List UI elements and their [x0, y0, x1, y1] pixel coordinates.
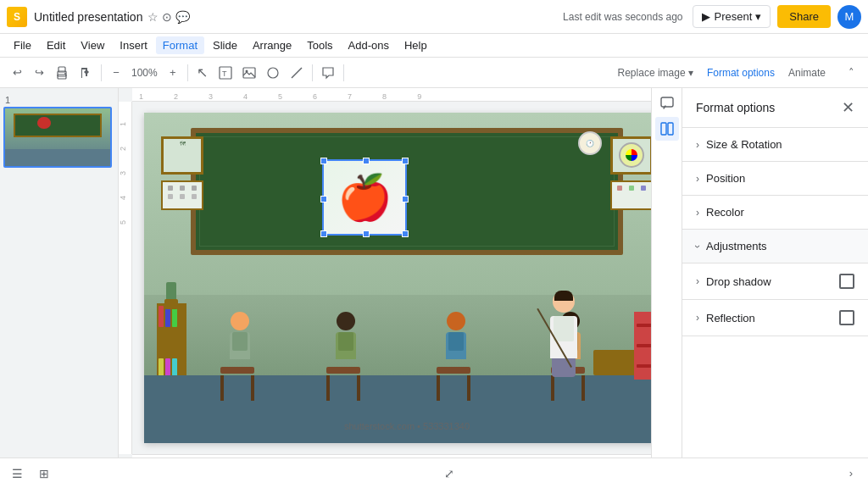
zoom-in-button[interactable]: +	[163, 61, 183, 85]
animate-button[interactable]: Animate	[783, 64, 831, 81]
paint-format-button[interactable]	[75, 61, 97, 85]
toolbar-divider-1	[101, 64, 102, 81]
drop-shadow-header[interactable]: › Drop shadow	[682, 263, 868, 299]
adjustments-header[interactable]: › Adjustments	[682, 230, 868, 263]
resize-handle-tc[interactable]	[363, 158, 370, 164]
position-header[interactable]: › Position	[682, 162, 868, 195]
format-panel: Format options ✕ › Size & Rotation › Pos…	[682, 88, 868, 488]
line-button[interactable]	[286, 61, 308, 85]
slide-thumb-content	[5, 108, 110, 166]
menu-help[interactable]: Help	[398, 36, 434, 54]
svg-rect-6	[243, 68, 255, 78]
recolor-label: Recolor	[706, 206, 744, 219]
position-label: Position	[706, 172, 745, 185]
svg-text:T: T	[222, 69, 227, 78]
resize-handle-bc[interactable]	[363, 230, 370, 237]
menu-arrange[interactable]: Arrange	[246, 36, 298, 54]
resize-handle-br[interactable]	[402, 230, 409, 237]
document-title: Untitled presentation	[34, 10, 142, 24]
menu-tools[interactable]: Tools	[300, 36, 339, 54]
resize-handle-tl[interactable]	[320, 158, 327, 164]
adjustments-section: › Adjustments	[682, 230, 868, 263]
image-button[interactable]	[238, 61, 260, 85]
print-button[interactable]	[51, 61, 73, 85]
history-icon[interactable]: ⊙	[162, 10, 172, 24]
classroom-illustration: 🕐 🗺	[144, 113, 670, 443]
format-options-button[interactable]: Format options	[702, 64, 780, 81]
menu-format[interactable]: Format	[156, 36, 204, 54]
close-format-panel-button[interactable]: ✕	[842, 98, 854, 117]
reflection-header[interactable]: › Reflection	[682, 300, 868, 336]
svg-rect-11	[661, 123, 666, 135]
undo-button[interactable]: ↩	[7, 61, 27, 85]
selected-image[interactable]: 🍎	[322, 159, 407, 236]
format-panel-title: Format options	[696, 101, 775, 114]
watermark: shutterstock.com • 533331340	[344, 421, 470, 431]
title-bar: S Untitled presentation ☆ ⊙ 💬 Last edit …	[0, 0, 868, 34]
comment-button[interactable]	[317, 61, 339, 85]
size-rotation-section: › Size & Rotation	[682, 128, 868, 162]
expand-button[interactable]: ⤢	[439, 462, 459, 485]
dock-chat-icon[interactable]	[655, 92, 679, 115]
top-actions: ▶ Present ▾ Share M	[693, 5, 861, 29]
adjustments-chevron: ›	[692, 245, 704, 248]
ruler-horizontal: 1 2 3 4 5 6 7 8 9	[132, 88, 682, 102]
adjustments-label: Adjustments	[706, 240, 767, 252]
drop-shadow-chevron: ›	[696, 275, 699, 287]
resize-handle-ml[interactable]	[320, 196, 327, 202]
toolbar-divider-2	[187, 64, 188, 81]
menu-file[interactable]: File	[7, 36, 38, 54]
resize-handle-bl[interactable]	[320, 230, 327, 237]
more-options-button[interactable]: ›	[841, 462, 861, 485]
slideshow-icon: ▶	[702, 10, 710, 23]
reflection-label: Reflection	[706, 312, 755, 324]
recolor-chevron: ›	[696, 207, 699, 219]
menu-view[interactable]: View	[74, 36, 111, 54]
menu-slide[interactable]: Slide	[206, 36, 244, 54]
replace-image-button[interactable]: Replace image ▾	[613, 64, 698, 81]
svg-rect-10	[661, 97, 673, 107]
collapse-toolbar-button[interactable]: ˄	[841, 61, 861, 85]
dock-panels-icon[interactable]	[655, 117, 679, 141]
menu-insert[interactable]: Insert	[113, 36, 154, 54]
slide-thumbnail-1[interactable]	[3, 107, 112, 168]
svg-point-3	[64, 73, 66, 75]
star-icon[interactable]: ☆	[147, 10, 159, 24]
app-icon: S	[7, 7, 27, 27]
recolor-section: › Recolor	[682, 196, 868, 230]
size-rotation-chevron: ›	[696, 139, 699, 151]
chat-icon[interactable]: 💬	[175, 10, 190, 24]
drop-shadow-section: › Drop shadow	[682, 263, 868, 300]
toolbar-divider-4	[343, 64, 344, 81]
resize-handle-mr[interactable]	[402, 196, 409, 202]
menu-addons[interactable]: Add-ons	[342, 36, 396, 54]
drop-shadow-label: Drop shadow	[706, 275, 771, 288]
present-button[interactable]: ▶ Present ▾	[693, 5, 771, 28]
format-panel-header: Format options ✕	[682, 88, 868, 128]
toolbar-divider-3	[312, 64, 313, 81]
toolbar-right-buttons: Replace image ▾ Format options Animate ˄	[613, 61, 861, 85]
menu-edit[interactable]: Edit	[40, 36, 72, 54]
grid-view-button[interactable]: ⊞	[34, 462, 54, 485]
shape-button[interactable]	[262, 61, 284, 85]
avatar[interactable]: M	[837, 5, 861, 29]
slide-canvas[interactable]: 🕐 🗺	[144, 113, 670, 443]
slide-list-button[interactable]: ☰	[7, 462, 27, 485]
resize-handle-tr[interactable]	[402, 158, 409, 164]
size-rotation-header[interactable]: › Size & Rotation	[682, 128, 868, 161]
textbox-button[interactable]: T	[214, 61, 236, 85]
toolbar: ↩ ↪ − 100% + ↖ T Replace image ▾ Format …	[0, 58, 868, 88]
size-rotation-label: Size & Rotation	[706, 138, 782, 151]
bottom-bar: ☰ ⊞ ⤢ ›	[0, 458, 868, 488]
last-edit-label: Last edit was seconds ago	[563, 11, 682, 23]
redo-button[interactable]: ↪	[29, 61, 49, 85]
drop-shadow-checkbox[interactable]	[839, 274, 854, 289]
recolor-header[interactable]: › Recolor	[682, 196, 868, 229]
reflection-checkbox[interactable]	[839, 310, 854, 325]
zoom-out-button[interactable]: −	[106, 61, 126, 85]
zoom-value[interactable]: 100%	[128, 67, 161, 79]
cursor-button[interactable]: ↖	[192, 61, 213, 85]
ruler-vertical: 1 2 3 4 5	[119, 102, 132, 454]
share-button[interactable]: Share	[777, 5, 831, 28]
position-chevron: ›	[696, 173, 699, 185]
